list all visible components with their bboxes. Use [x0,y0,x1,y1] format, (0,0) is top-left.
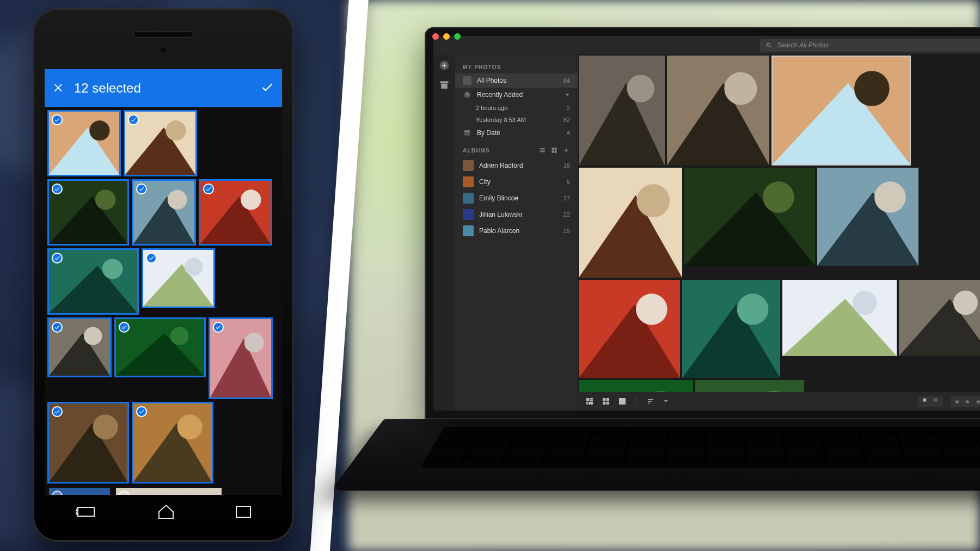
thumb-cotton-flower-field[interactable] [142,248,215,308]
svg-rect-45 [236,506,250,517]
selection-check-icon [52,183,63,194]
android-navbar [45,495,282,531]
gallery-thumb-green-wall-person[interactable] [682,280,780,378]
laptop-keyboard [331,419,980,491]
thumb-greens-in-skillet[interactable] [47,179,129,246]
svg-point-26 [170,327,189,345]
close-icon[interactable] [52,81,64,95]
thumb-blue-car-mural[interactable] [47,486,112,495]
sort-icon[interactable] [647,397,656,406]
clock-icon [463,90,471,99]
photo-grid[interactable] [45,107,282,495]
selection-appbar: 12 selected [45,69,282,107]
selection-check-icon [136,406,147,417]
svg-point-58 [854,71,890,106]
thumb-bedroom-plants[interactable] [114,486,223,495]
gallery-thumb-greens-in-skillet[interactable] [684,168,815,266]
selection-check-icon [136,183,147,194]
selection-check-icon [128,114,139,125]
selection-count-label: 12 selected [74,81,250,96]
sidebar-item-recently-added[interactable]: Recently Added [455,88,578,102]
phone-screen: 12 selected [45,69,282,495]
svg-point-52 [627,75,654,102]
thumb-portrait-woman-glasses[interactable] [47,317,112,377]
svg-rect-83 [695,380,804,392]
gallery-thumb-moss-rock[interactable] [695,380,804,392]
thumb-coffee-blueberries-green[interactable] [114,317,206,377]
thumb-people-on-bench-tv-billboard[interactable] [124,110,197,176]
svg-point-79 [953,291,978,315]
recents-icon[interactable] [236,506,251,520]
maximize-window-dot[interactable] [454,33,461,40]
sidebar: MY PHOTOS All Photos 84 Recently Added 2… [455,54,578,411]
thumb-green-wall-person[interactable] [47,248,139,315]
gallery-thumb-portrait-woman-glasses[interactable] [899,280,980,356]
gallery-thumb-leaping-person-sunset[interactable] [771,56,911,166]
thumb-pink-door[interactable] [209,317,273,399]
svg-point-14 [241,189,261,210]
bottom-toolbar: ★ ★ ★ ★ ★ [578,392,980,411]
gallery-thumb-cotton-flower-field[interactable] [782,280,897,356]
mosaic-view-icon[interactable] [585,397,594,406]
minimize-window-dot[interactable] [443,33,450,40]
archive-icon[interactable] [439,79,450,90]
star-rating-filter[interactable]: ★ ★ ★ ★ ★ [951,396,980,407]
gallery-canvas: ★ ★ ★ ★ ★ [578,54,980,411]
sidebar-item-all-photos[interactable]: All Photos 84 [455,74,578,88]
grid-view-icon[interactable] [550,146,558,154]
phone-top-bezel [33,8,294,67]
selection-check-icon [52,406,63,417]
window-traffic-lights [432,33,461,40]
front-camera [160,46,167,54]
svg-rect-39 [116,488,222,495]
gallery-thumb-coffee-blueberries-green[interactable] [579,380,693,392]
gallery-thumb-kitchen-interior-blue[interactable] [817,168,918,266]
gallery-thumb-red-wall-window[interactable] [579,280,680,378]
thumb-leaping-person-sunset[interactable] [47,110,121,176]
thumb-kitchen-interior-blue[interactable] [132,179,196,246]
add-icon[interactable] [439,60,450,71]
chevron-down-icon[interactable] [663,399,669,404]
phone-speaker [133,31,193,38]
sidebar-item-by-date[interactable]: By Date 4 [455,126,578,140]
confirm-check-icon[interactable] [260,80,274,96]
search-input[interactable]: Search All Photos [760,39,980,52]
home-icon[interactable] [158,504,174,522]
back-icon[interactable] [76,505,96,521]
grid-view-icon[interactable] [602,397,610,406]
album-pablo-alarcon[interactable]: Pablo Alarcon 25 [455,223,578,239]
single-view-icon[interactable] [618,397,627,406]
search-placeholder: Search All Photos [777,41,829,49]
svg-point-70 [636,293,667,325]
album-thumb [463,193,474,204]
thumb-red-wall-window[interactable] [199,179,272,246]
album-city[interactable]: City 5 [455,174,578,190]
album-jillian-lukiwski[interactable]: Jillian Lukiwski 22 [455,206,578,223]
album-thumb [463,160,474,171]
sidebar-time-group[interactable]: 2 hours ago2 [455,102,578,114]
list-view-icon[interactable] [538,146,546,154]
gallery-grid[interactable] [578,54,980,392]
selection-check-icon [213,322,224,333]
svg-point-2 [89,120,109,140]
thumb-street-autumn-trees[interactable] [132,402,213,483]
selection-check-icon [52,253,63,264]
selection-check-icon [146,253,157,264]
close-window-dot[interactable] [432,33,439,40]
gallery-thumb-people-on-bench-tv-billboard[interactable] [579,168,682,278]
gallery-thumb-man-on-hydrant[interactable] [579,56,665,166]
add-album-icon[interactable] [562,146,570,154]
flag-reject-icon [932,397,940,405]
svg-point-76 [853,291,877,315]
svg-point-55 [724,72,757,105]
svg-point-73 [737,293,769,325]
laptop-device-frame: Search All Photos MY PHOTOS All Photos 8… [425,27,980,419]
gallery-thumb-woman-crouching-city[interactable] [667,56,769,166]
selection-check-icon [203,183,214,194]
flag-filter[interactable] [918,396,943,407]
album-adrien-radford[interactable]: Adrien Radford 18 [455,157,578,174]
thumb-street-lined-brownstones[interactable] [47,402,129,483]
sidebar-time-group[interactable]: Yesterday 8:53 AM82 [455,114,578,126]
svg-point-8 [95,189,115,210]
album-emily-blincoe[interactable]: Emily Blincoe 17 [455,190,578,206]
